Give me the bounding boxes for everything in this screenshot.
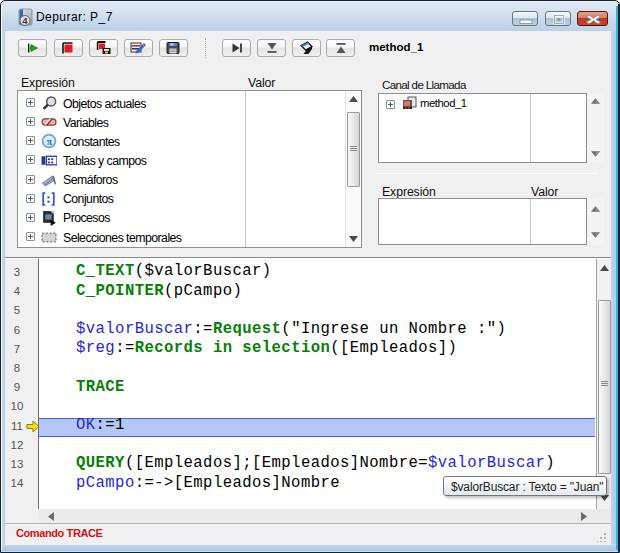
svg-text:4: 4 [22, 15, 28, 26]
